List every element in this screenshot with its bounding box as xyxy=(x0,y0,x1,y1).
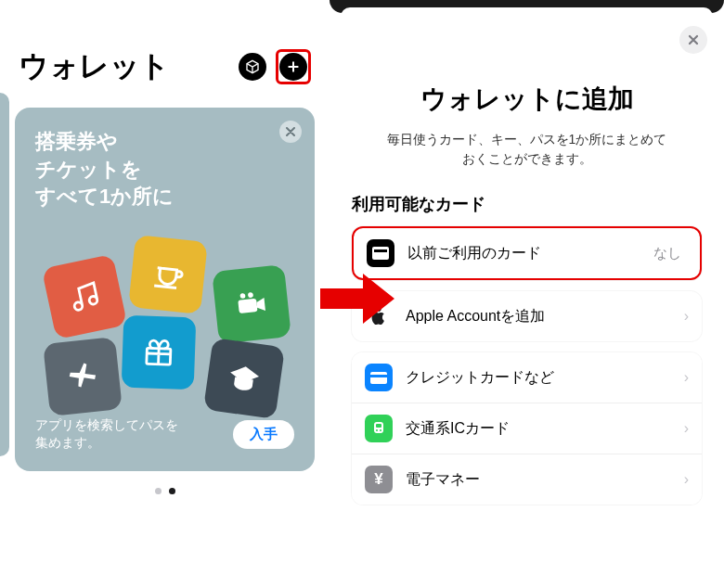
video-tile xyxy=(212,264,291,344)
promo-footer: アプリを検索してパスを 集めます。 入手 xyxy=(35,416,294,453)
svg-rect-11 xyxy=(376,424,381,428)
wallet-glyph-icon xyxy=(372,247,389,260)
promo-caption-1: アプリを検索してパスを xyxy=(35,416,178,435)
promo-headline: 搭乗券や チケットを すべて1か所に xyxy=(35,128,294,211)
add-button-highlight xyxy=(276,49,311,84)
previous-cards-row[interactable]: 以前ご利用のカード なし xyxy=(352,226,702,280)
card-options-group: クレジットカードなど › 交通系ICカード › ¥ 電子マネー › xyxy=(352,352,702,505)
train-glyph-icon xyxy=(371,421,386,436)
svg-rect-4 xyxy=(372,247,389,260)
svg-point-10 xyxy=(380,429,381,431)
apple-account-row[interactable]: Apple Accountを追加 › xyxy=(352,291,702,341)
page-dot-2 xyxy=(169,488,175,494)
chevron-right-icon: › xyxy=(684,471,689,488)
row-label: Apple Accountを追加 xyxy=(406,307,684,326)
arrow-icon xyxy=(320,274,394,324)
plus-icon xyxy=(286,59,301,74)
wallet-header: ウォレット xyxy=(15,46,315,87)
yen-glyph-icon: ¥ xyxy=(374,470,382,489)
wallet-home-screen: ウォレット 搭乗券や チケットを すべて1か所に xyxy=(0,0,330,588)
promo-caption: アプリを検索してパスを 集めます。 xyxy=(35,416,178,453)
sheet-sub-1: 毎日使うカード、キー、パスを1か所にまとめて xyxy=(352,130,702,149)
svg-rect-6 xyxy=(370,372,387,384)
music-icon xyxy=(66,278,103,315)
svg-rect-0 xyxy=(238,299,257,313)
promo-line-3: すべて1か所に xyxy=(35,183,294,211)
close-icon xyxy=(688,34,699,45)
page-dot-1 xyxy=(155,488,162,494)
music-tile xyxy=(42,254,128,340)
transit-icon xyxy=(365,415,393,442)
camera-icon xyxy=(234,287,268,321)
add-button[interactable] xyxy=(279,53,307,81)
row-label: 以前ご利用のカード xyxy=(407,244,653,263)
graduation-tile xyxy=(203,338,285,419)
plane-tile xyxy=(43,337,123,416)
page-indicator[interactable] xyxy=(15,488,315,494)
card-glyph-icon xyxy=(370,372,387,384)
promo-caption-2: 集めます。 xyxy=(35,434,178,453)
get-button[interactable]: 入手 xyxy=(233,420,294,449)
emoney-row[interactable]: ¥ 電子マネー › xyxy=(352,454,702,505)
row-meta: なし xyxy=(653,245,681,262)
coffee-tile xyxy=(128,235,208,314)
orders-button[interactable] xyxy=(239,53,266,81)
graduation-icon xyxy=(226,361,262,396)
row-label: クレジットカードなど xyxy=(406,368,684,388)
prev-card-edge xyxy=(0,93,9,456)
credit-card-row[interactable]: クレジットカードなど › xyxy=(352,352,702,403)
svg-rect-7 xyxy=(370,375,387,377)
credit-card-icon xyxy=(365,364,393,391)
promo-line-1: 搭乗券や xyxy=(35,128,294,156)
sheet-grabber-area[interactable] xyxy=(330,0,724,13)
chevron-right-icon: › xyxy=(684,308,689,325)
chevron-right-icon: › xyxy=(684,420,689,437)
transit-card-row[interactable]: 交通系ICカード › xyxy=(352,403,702,454)
wallet-icon xyxy=(367,239,394,267)
close-sheet-button[interactable] xyxy=(679,26,707,54)
promo-card[interactable]: 搭乗券や チケットを すべて1か所に アプリを検索してパスを 集めます。 入手 xyxy=(15,108,315,471)
box-icon xyxy=(245,59,260,74)
promo-close-button[interactable] xyxy=(279,121,302,143)
svg-point-1 xyxy=(239,293,245,299)
yen-icon: ¥ xyxy=(365,466,393,493)
sheet-subtitle: 毎日使うカード、キー、パスを1か所にまとめて おくことができます。 xyxy=(352,130,702,169)
gift-icon xyxy=(142,336,175,368)
coffee-icon xyxy=(149,256,187,293)
available-cards-label: 利用可能なカード xyxy=(352,193,702,215)
svg-point-2 xyxy=(248,292,253,298)
promo-tiles xyxy=(35,220,294,416)
close-icon xyxy=(286,127,295,136)
chevron-right-icon: › xyxy=(684,369,689,386)
wallet-title: ウォレット xyxy=(19,46,170,87)
sheet-sub-2: おくことができます。 xyxy=(352,149,702,169)
row-label: 交通系ICカード xyxy=(406,419,684,439)
row-label: 電子マネー xyxy=(406,470,684,490)
promo-line-2: チケットを xyxy=(35,156,294,184)
svg-rect-5 xyxy=(374,249,387,252)
plane-icon xyxy=(65,359,99,393)
header-actions xyxy=(239,49,311,84)
svg-point-9 xyxy=(376,429,378,431)
gift-tile xyxy=(122,315,197,390)
sheet-title: ウォレットに追加 xyxy=(352,82,702,117)
